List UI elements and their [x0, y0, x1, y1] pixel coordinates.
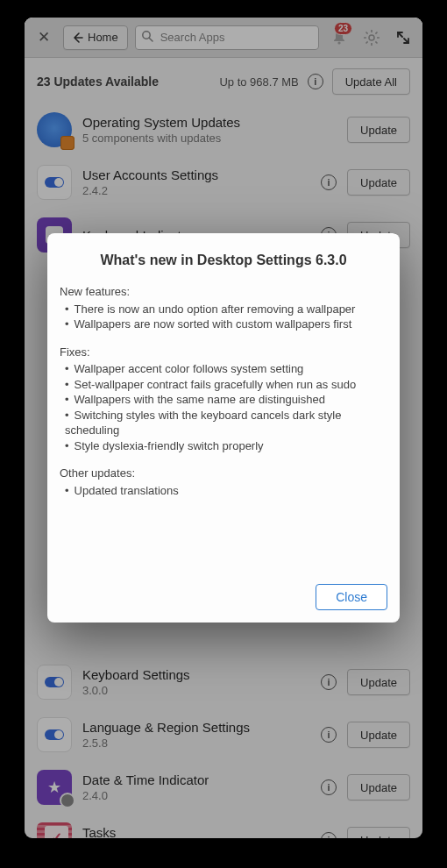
close-button[interactable]: Close [316, 584, 387, 610]
other-item: Updated translations [65, 483, 384, 499]
new-features-heading: New features: [60, 284, 384, 300]
fix-item: Wallpaper accent color follows system se… [65, 361, 384, 377]
dialog-title: What's new in Desktop Settings 6.3.0 [47, 253, 400, 282]
dialog-body: New features: There is now an undo optio… [47, 282, 400, 575]
modal-overlay: What's new in Desktop Settings 6.3.0 New… [25, 18, 422, 838]
new-feature-item: There is now an undo option after removi… [65, 302, 384, 317]
new-features-list: There is now an undo option after removi… [60, 302, 384, 332]
other-heading: Other updates: [60, 466, 384, 481]
fix-item: Wallpapers with the same name are distin… [65, 392, 384, 408]
dialog-footer: Close [47, 575, 400, 623]
app-window: ✕ Home 23 23 Updates Available Up to 968… [25, 18, 422, 838]
fixes-list: Wallpaper accent color follows system se… [60, 361, 384, 453]
fix-item: Set-wallpaper contract fails gracefully … [65, 377, 384, 393]
new-feature-item: Wallpapers are now sorted with custom wa… [65, 317, 384, 332]
other-list: Updated translations [60, 483, 384, 499]
whats-new-dialog: What's new in Desktop Settings 6.3.0 New… [47, 233, 400, 623]
fixes-heading: Fixes: [60, 345, 384, 360]
fix-item: Switching styles with the keyboard cance… [65, 408, 384, 438]
fix-item: Style dyslexia-friendly switch properly [65, 438, 384, 454]
